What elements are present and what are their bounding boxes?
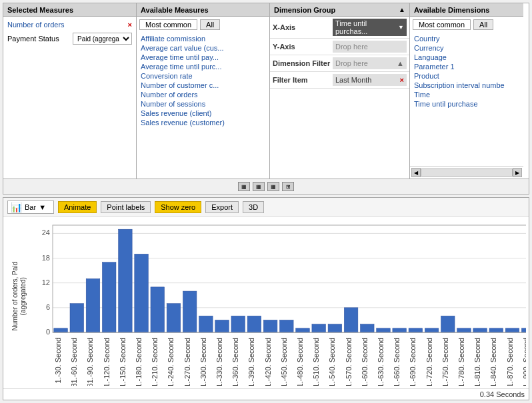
svg-text:151.-180. Second: 151.-180. Second bbox=[135, 338, 143, 386]
view-icon-4[interactable]: ⊞ bbox=[282, 182, 294, 191]
svg-text:421.-450. Second: 421.-450. Second bbox=[280, 338, 288, 386]
svg-rect-56 bbox=[425, 328, 439, 332]
svg-rect-32 bbox=[231, 316, 245, 333]
top-panel: Selected Measures Number of orders × Pay… bbox=[3, 3, 529, 179]
dim-filter-row: Dimension Filter Drop here ▲ bbox=[270, 55, 409, 72]
list-item[interactable]: Language bbox=[413, 53, 521, 62]
list-item[interactable]: Subscription interval numbe bbox=[413, 81, 521, 90]
svg-rect-60 bbox=[457, 328, 471, 332]
filter-item-value[interactable]: Last Month × bbox=[333, 74, 407, 86]
scrollbar-track[interactable] bbox=[421, 169, 513, 177]
svg-text:631.-660. Second: 631.-660. Second bbox=[393, 338, 401, 386]
list-item[interactable]: Sales revenue (customer) bbox=[139, 118, 267, 127]
list-item[interactable]: Average time until purc... bbox=[139, 62, 267, 71]
chart-type-select[interactable]: 📊 Bar ▼ bbox=[7, 201, 54, 214]
svg-rect-54 bbox=[409, 328, 423, 332]
payment-status-dropdown[interactable]: Paid (aggrega bbox=[73, 33, 132, 45]
list-item[interactable]: Time bbox=[413, 90, 521, 99]
animate-btn[interactable]: Animate bbox=[58, 201, 97, 213]
svg-rect-10 bbox=[54, 328, 68, 332]
bar-chart-icon: 📊 bbox=[11, 202, 22, 212]
available-dimensions-tabs: Most common All bbox=[413, 19, 521, 30]
dim-filter-label: Dimension Filter bbox=[273, 59, 333, 67]
status-text: 0.34 Seconds bbox=[480, 390, 525, 398]
svg-text:541.-570. Second: 541.-570. Second bbox=[345, 338, 353, 386]
svg-rect-12 bbox=[70, 304, 84, 332]
filter-item-remove-icon[interactable]: × bbox=[400, 76, 404, 84]
svg-rect-38 bbox=[280, 320, 294, 333]
list-item[interactable]: Time until purchase bbox=[413, 99, 521, 109]
3d-btn[interactable]: 3D bbox=[243, 201, 264, 213]
svg-text:61.-90. Second: 61.-90. Second bbox=[86, 338, 94, 386]
list-item[interactable]: Average cart value (cus... bbox=[139, 43, 267, 53]
yaxis-row: Y-Axis Drop here bbox=[270, 39, 409, 55]
list-item[interactable]: Conversion rate bbox=[139, 71, 267, 81]
list-item[interactable]: Parameter 1 bbox=[413, 62, 521, 71]
list-item[interactable]: Affiliate commission bbox=[139, 34, 267, 43]
svg-rect-64 bbox=[489, 328, 503, 332]
xaxis-dropdown-icon: ▼ bbox=[398, 24, 404, 31]
dim-filter-value[interactable]: Drop here ▲ bbox=[333, 57, 407, 69]
dim-filter-value-text: Drop here bbox=[335, 59, 368, 67]
available-measures-header: Available Measures bbox=[137, 3, 269, 17]
svg-rect-22 bbox=[151, 287, 165, 332]
show-zero-btn[interactable]: Show zero bbox=[155, 201, 201, 213]
svg-text:601.-630. Second: 601.-630. Second bbox=[377, 338, 385, 386]
svg-rect-44 bbox=[328, 324, 342, 332]
scroll-left-icon[interactable]: ◀ bbox=[411, 168, 421, 177]
svg-rect-14 bbox=[86, 279, 100, 333]
point-labels-btn[interactable]: Point labels bbox=[101, 201, 151, 213]
svg-text:811.-840. Second: 811.-840. Second bbox=[489, 338, 497, 386]
xaxis-label: X-Axis bbox=[273, 23, 333, 31]
view-icons-row: ▦ ▦ ▦ ⊞ bbox=[3, 179, 529, 195]
svg-rect-66 bbox=[505, 328, 519, 332]
svg-rect-36 bbox=[263, 320, 277, 333]
bar-chart: 061218241.-30. Second31.-60. Second61.-9… bbox=[33, 220, 526, 386]
scroll-right-icon[interactable]: ▶ bbox=[513, 168, 522, 177]
list-item[interactable]: Country bbox=[413, 34, 521, 43]
available-measures-content: Most common All Affiliate commission Ave… bbox=[137, 17, 269, 179]
scrollbar-row: ◀ ▶ bbox=[410, 166, 523, 179]
bottom-panel: 📊 Bar ▼ Animate Point labels Show zero E… bbox=[3, 197, 529, 400]
filter-item-value-text: Last Month bbox=[335, 76, 371, 84]
svg-text:181.-210. Second: 181.-210. Second bbox=[151, 338, 159, 386]
yaxis-value-text: Drop here bbox=[335, 43, 368, 51]
svg-text:391.-420. Second: 391.-420. Second bbox=[264, 338, 272, 386]
view-icon-2[interactable]: ▦ bbox=[253, 182, 265, 191]
list-item[interactable]: Average time until pay... bbox=[139, 53, 267, 62]
svg-rect-46 bbox=[344, 308, 358, 332]
selected-measures-content: Number of orders × Payment Status Paid (… bbox=[3, 17, 136, 179]
yaxis-value[interactable]: Drop here bbox=[333, 41, 407, 53]
available-measures-title: Available Measures bbox=[141, 6, 209, 14]
tab-most-common-dims[interactable]: Most common bbox=[413, 19, 471, 30]
svg-text:31.-60. Second: 31.-60. Second bbox=[70, 338, 78, 386]
xaxis-value-text: Time until purchas... bbox=[335, 19, 398, 35]
available-dimensions-title: Available Dimensions bbox=[414, 6, 489, 14]
xaxis-value[interactable]: Time until purchas... ▼ bbox=[333, 19, 407, 36]
tab-most-common-measures[interactable]: Most common bbox=[139, 19, 197, 30]
list-item[interactable]: Sales revenue (client) bbox=[139, 109, 267, 118]
list-item[interactable]: Currency bbox=[413, 43, 521, 53]
list-item[interactable]: Number of orders bbox=[139, 90, 267, 99]
measure-label-orders: Number of orders bbox=[7, 21, 65, 29]
tab-all-dims[interactable]: All bbox=[473, 19, 493, 30]
available-measures-tabs: Most common All bbox=[139, 19, 267, 30]
svg-rect-28 bbox=[199, 316, 213, 333]
list-item[interactable]: Number of customer c... bbox=[139, 81, 267, 90]
dim-filter-arrow-icon: ▲ bbox=[397, 59, 404, 67]
svg-text:0: 0 bbox=[46, 328, 50, 336]
filter-item-row: Filter Item Last Month × bbox=[270, 72, 409, 89]
svg-text:6: 6 bbox=[46, 303, 50, 311]
list-item[interactable]: Number of sessions bbox=[139, 99, 267, 109]
view-icon-1[interactable]: ▦ bbox=[238, 182, 250, 191]
available-dimensions-content: Most common All Country Currency Languag… bbox=[410, 17, 523, 166]
svg-rect-26 bbox=[183, 291, 197, 332]
view-icon-3[interactable]: ▦ bbox=[267, 182, 279, 191]
svg-rect-20 bbox=[135, 254, 149, 333]
svg-rect-30 bbox=[215, 320, 229, 333]
list-item[interactable]: Product bbox=[413, 71, 521, 81]
remove-orders-btn[interactable]: × bbox=[128, 21, 132, 29]
tab-all-measures[interactable]: All bbox=[200, 19, 220, 30]
export-btn[interactable]: Export bbox=[205, 201, 239, 213]
svg-rect-34 bbox=[247, 316, 261, 333]
